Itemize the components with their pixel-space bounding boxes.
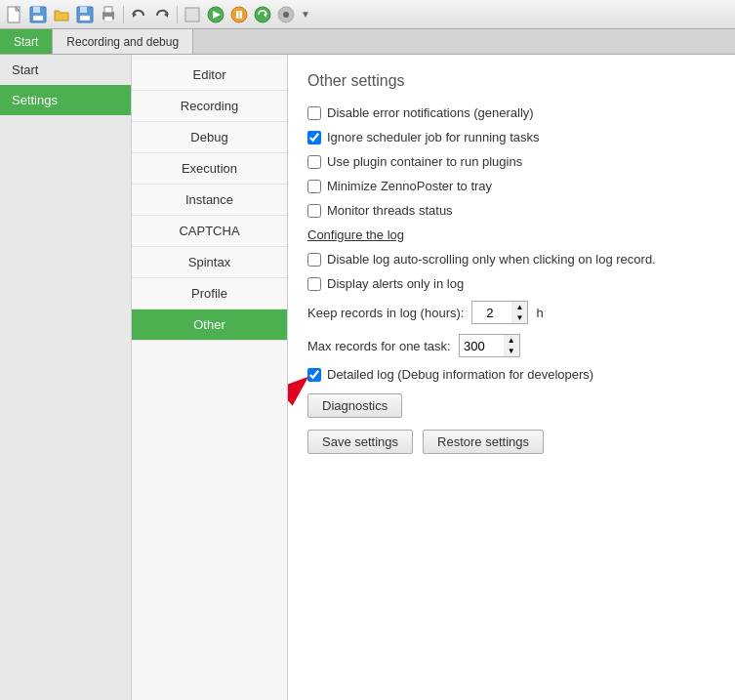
svg-rect-3 — [33, 7, 40, 13]
new-icon[interactable] — [4, 4, 25, 25]
save-settings-button[interactable]: Save settings — [307, 430, 413, 454]
detailed-log-section: Detailed log (Debug information for deve… — [307, 367, 715, 382]
checkbox-row-plugin-container: Use plugin container to run plugins — [307, 154, 715, 169]
svg-rect-7 — [80, 16, 90, 21]
svg-point-22 — [283, 12, 289, 18]
open-icon[interactable] — [51, 4, 72, 25]
checkbox-monitor-threads[interactable] — [307, 204, 321, 218]
checkbox-disable-autoscroll[interactable] — [307, 253, 321, 267]
checkbox-row-disable-errors: Disable error notifications (generally) — [307, 105, 715, 120]
sidebar: Start Settings — [0, 55, 132, 700]
sep2 — [177, 6, 178, 23]
max-records-row: Max records for one task: ▲ ▼ — [307, 334, 715, 357]
svg-point-16 — [231, 7, 247, 22]
svg-rect-6 — [80, 7, 87, 13]
svg-point-19 — [255, 7, 270, 22]
label-plugin-container[interactable]: Use plugin container to run plugins — [327, 154, 522, 169]
max-records-input[interactable] — [460, 335, 504, 356]
tab-start[interactable]: Start — [0, 29, 53, 54]
max-records-label: Max records for one task: — [307, 339, 451, 353]
checkbox-plugin-container[interactable] — [307, 155, 321, 169]
sep1 — [123, 6, 124, 23]
checkbox-row-disable-autoscroll: Disable log auto-scrolling only when cli… — [307, 252, 715, 267]
page-title: Other settings — [307, 72, 715, 90]
configure-log-link[interactable]: Configure the log — [307, 227, 715, 242]
svg-rect-17 — [236, 11, 239, 19]
keep-records-label: Keep records in log (hours): — [307, 306, 464, 320]
max-records-spinner: ▲ ▼ — [504, 335, 519, 356]
sidebar-item-start[interactable]: Start — [0, 55, 131, 85]
undo-icon[interactable] — [128, 4, 149, 25]
save2-icon[interactable] — [74, 4, 96, 25]
nav-item-captcha[interactable]: CAPTCHA — [132, 216, 287, 247]
checkbox-display-alerts[interactable] — [307, 277, 321, 291]
svg-rect-18 — [240, 11, 243, 19]
content-area: Other settings Disable error notificatio… — [288, 55, 735, 700]
diagnostics-button[interactable]: Diagnostics — [307, 393, 402, 418]
checkbox-minimize-tray[interactable] — [307, 180, 321, 193]
max-records-up[interactable]: ▲ — [504, 335, 519, 346]
label-disable-errors[interactable]: Disable error notifications (generally) — [327, 105, 534, 120]
checkbox-row-display-alerts: Display alerts only in log — [307, 276, 715, 291]
checkbox-detailed-log[interactable] — [307, 368, 321, 382]
checkbox-row-ignore-scheduler: Ignore scheduler job for running tasks — [307, 130, 715, 144]
tab-recording-debug[interactable]: Recording and debug — [53, 29, 193, 54]
checkbox-ignore-scheduler[interactable] — [307, 131, 321, 144]
nav-item-profile[interactable]: Profile — [132, 278, 287, 309]
nav-item-instance[interactable]: Instance — [132, 185, 287, 216]
nav-item-recording[interactable]: Recording — [132, 91, 287, 122]
nav-item-debug[interactable]: Debug — [132, 122, 287, 153]
pause-icon[interactable] — [228, 4, 250, 25]
keep-records-unit: h — [536, 306, 543, 320]
svg-rect-4 — [33, 16, 43, 21]
svg-rect-9 — [104, 7, 112, 13]
keep-records-spinner: ▲ ▼ — [511, 302, 527, 323]
tabs: Start Recording and debug — [0, 29, 735, 55]
svg-rect-10 — [104, 17, 112, 21]
keep-records-up[interactable]: ▲ — [511, 302, 527, 312]
label-ignore-scheduler[interactable]: Ignore scheduler job for running tasks — [327, 130, 540, 144]
print-icon[interactable] — [98, 4, 119, 25]
nav-panel: Editor Recording Debug Execution Instanc… — [132, 55, 288, 700]
keep-records-input[interactable] — [472, 302, 511, 323]
max-records-down[interactable]: ▼ — [504, 346, 519, 356]
toolbar-more[interactable]: ▼ — [301, 9, 310, 20]
label-minimize-tray[interactable]: Minimize ZennoPoster to tray — [327, 179, 492, 193]
sidebar-item-settings[interactable]: Settings — [0, 85, 131, 115]
nav-item-execution[interactable]: Execution — [132, 153, 287, 185]
redo-icon[interactable] — [151, 4, 173, 25]
label-detailed-log[interactable]: Detailed log (Debug information for deve… — [327, 367, 593, 382]
toolbar: ▼ — [0, 0, 735, 29]
label-disable-autoscroll[interactable]: Disable log auto-scrolling only when cli… — [327, 252, 656, 267]
nav-item-other[interactable]: Other — [132, 309, 287, 341]
checkbox-row-detailed-log: Detailed log (Debug information for deve… — [307, 367, 715, 382]
reload-icon[interactable] — [252, 4, 273, 25]
diagnostics-row: Diagnostics — [307, 393, 715, 418]
checkbox-row-minimize-tray: Minimize ZennoPoster to tray — [307, 179, 715, 193]
checkbox-row-monitor-threads: Monitor threads status — [307, 203, 715, 218]
main-layout: Start Settings Editor Recording Debug Ex… — [0, 55, 735, 700]
save-icon[interactable] — [27, 4, 49, 25]
keep-records-row: Keep records in log (hours): ▲ ▼ h — [307, 301, 715, 324]
checkbox-disable-errors[interactable] — [307, 106, 321, 120]
save-restore-row: Save settings Restore settings — [307, 430, 715, 454]
svg-rect-13 — [185, 8, 199, 21]
nav-item-spintax[interactable]: Spintax — [132, 247, 287, 278]
label-monitor-threads[interactable]: Monitor threads status — [327, 203, 453, 218]
label-display-alerts[interactable]: Display alerts only in log — [327, 276, 464, 291]
keep-records-down[interactable]: ▼ — [511, 312, 527, 323]
play-icon[interactable] — [205, 4, 226, 25]
settings-icon[interactable] — [275, 4, 297, 25]
restore-settings-button[interactable]: Restore settings — [423, 430, 544, 454]
nav-item-editor[interactable]: Editor — [132, 60, 287, 91]
stop-icon[interactable] — [182, 4, 203, 25]
